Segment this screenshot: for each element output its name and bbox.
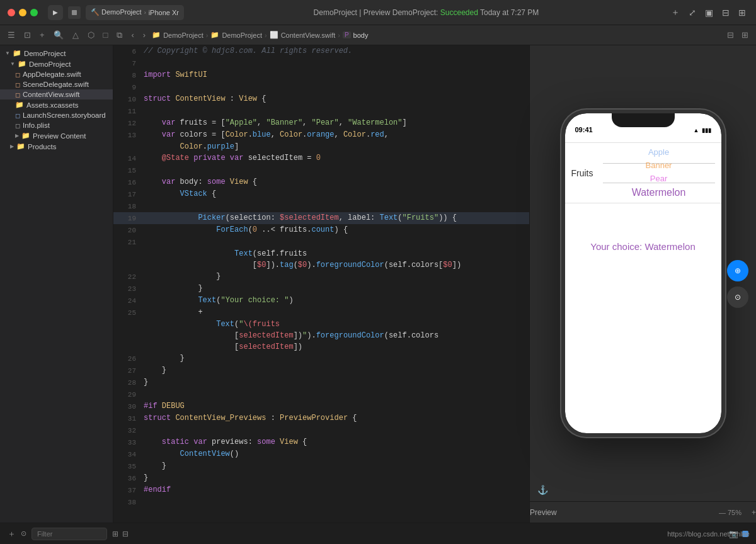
breadcrumb-label2[interactable]: DemoProject: [222, 31, 262, 39]
bottombar: ＋ ⊙ ⊞ ⊟ 📷: [0, 523, 756, 544]
filter-icon: ⊙: [21, 530, 26, 538]
memory-icon[interactable]: □: [101, 29, 111, 41]
maximize-button[interactable]: [30, 9, 38, 16]
iphone-content: Fruits Apple Banner Pear Watermelon Your…: [565, 136, 721, 433]
add-file-button[interactable]: ＋: [8, 528, 16, 540]
toolbar: ☰ ⊡ + 🔍 △ ⬡ □ ⧉ ‹ › 📁 DemoProject › 📁 De…: [0, 25, 756, 45]
battery-icon: ▮▮▮: [702, 127, 711, 133]
add-icon[interactable]: ＋: [668, 6, 682, 20]
back-icon[interactable]: ‹: [129, 29, 136, 41]
code-line-13b: Color.purple]: [113, 141, 529, 152]
expand-icon[interactable]: ⤢: [686, 6, 699, 19]
expand-all-icon[interactable]: ⊟: [122, 530, 129, 538]
code-line-25d: [selectedItem]): [113, 341, 529, 353]
inspector-icon[interactable]: ⊡: [21, 29, 33, 41]
code-line-12: 12 var fruits = ["Apple", "Banner", "Pea…: [113, 117, 529, 129]
sidebar-appdelegate-label: AppDelegate.swift: [23, 71, 81, 78]
minimap-icon[interactable]: ⊞: [739, 29, 751, 41]
code-line-38: 38: [113, 496, 529, 508]
code-line-27: 27 }: [113, 365, 529, 377]
layout1-icon[interactable]: ▣: [702, 6, 716, 19]
breadcrumb-folder1[interactable]: 📁: [152, 31, 161, 39]
breadcrumb-file[interactable]: ContentView.swift: [281, 31, 336, 39]
code-line-24: 24 Text("Your choice: "): [113, 295, 529, 307]
status-prefix: DemoProject | Preview DemoProject:: [314, 8, 438, 17]
editor-layout-icon[interactable]: ⊟: [724, 29, 736, 41]
code-line-29: 29: [113, 388, 529, 400]
chevron-down-icon: ▼: [5, 50, 10, 56]
swift-file-icon2: ◻: [15, 81, 20, 88]
close-button[interactable]: [8, 9, 15, 16]
picker-item-watermelon: Watermelon: [632, 185, 686, 200]
sidebar-item-previewcontent[interactable]: ▶ 📁 Preview Content: [0, 130, 113, 141]
sidebar-item-launchscreen[interactable]: ◻ LaunchScreen.storyboard: [0, 110, 113, 120]
sidebar-contentview-label: ContentView.swift: [23, 91, 80, 98]
swift-file-icon: ◻: [15, 71, 20, 78]
picker-area: Fruits Apple Banner Pear Watermelon: [565, 142, 721, 203]
status-time: 09:41: [575, 126, 593, 133]
breadcrumb-symbol-body[interactable]: body: [353, 31, 369, 39]
scheme-label: 🔨 DemoProject: [91, 8, 142, 16]
status-right: ▲ ▮▮▮: [694, 127, 711, 133]
layout2-icon[interactable]: ⊟: [719, 6, 732, 19]
sidebar-item-infoplist[interactable]: ◻ Info.plist: [0, 120, 113, 130]
code-line-13: 13 var colors = [Color.blue, Color.orang…: [113, 129, 529, 141]
sidebar-assets-label: Assets.xcassets: [26, 101, 78, 109]
code-line-7: 7: [113, 57, 529, 69]
zoom-add-button[interactable]: +: [752, 508, 756, 517]
main-layout: ▼ 📁 DemoProject ▼ 📁 DemoProject ◻ AppDel…: [0, 45, 756, 523]
plist-icon: ◻: [15, 122, 20, 129]
iphone-notch: [612, 113, 675, 127]
code-line-17: 17 VStack {: [113, 188, 529, 200]
sidebar-item-contentview[interactable]: ◻ ContentView.swift: [0, 89, 113, 99]
sort-icon[interactable]: ⊞: [112, 530, 118, 538]
picker-label: Fruits: [571, 168, 603, 178]
status-text: Succeeded: [440, 8, 478, 17]
products-folder-icon: 📁: [16, 142, 25, 150]
code-line-9: 9: [113, 81, 529, 93]
code-line-37: 37 #endif: [113, 484, 529, 496]
traffic-lights: [8, 9, 38, 16]
code-editor[interactable]: 6 // Copyright © hdjc8.com. All rights r…: [113, 45, 529, 523]
breakpoint-icon[interactable]: ⬡: [85, 29, 97, 41]
environment-icon[interactable]: ⧉: [114, 29, 125, 42]
code-line-25b: Text("\(fruits: [113, 319, 529, 330]
code-line-30: 30 #if DEBUG: [113, 400, 529, 412]
minimize-button[interactable]: [19, 9, 26, 16]
folder-blue-icon: 📁: [18, 60, 26, 68]
preview-footer-label: Preview: [530, 508, 557, 517]
stop-button[interactable]: [68, 6, 81, 19]
sidebar-demoproject-label: DemoProject: [29, 60, 71, 68]
anchor-icon[interactable]: ⚓: [537, 485, 548, 495]
sidebar-item-demoproject[interactable]: ▼ 📁 DemoProject: [0, 59, 113, 69]
breadcrumb: 📁 DemoProject › 📁 DemoProject › ⬜ Conten…: [152, 31, 721, 39]
breadcrumb-label1[interactable]: DemoProject: [163, 31, 203, 39]
library-icon[interactable]: +: [37, 29, 47, 41]
scheme-selector[interactable]: 🔨 DemoProject › iPhone Xr: [86, 5, 184, 20]
code-line-35: 35 }: [113, 460, 529, 472]
sidebar-item-products[interactable]: ▶ 📁 Products: [0, 141, 113, 152]
run-button[interactable]: ▶: [48, 5, 63, 20]
picker-item-pear: Pear: [650, 172, 667, 185]
breadcrumb-folder2[interactable]: 📁: [210, 31, 219, 39]
sidebar-item-appdelegate[interactable]: ◻ AppDelegate.swift: [0, 69, 113, 79]
choice-label: Your choice:: [590, 241, 644, 252]
breadcrumb-symbol-p: P: [343, 31, 351, 38]
picker-scroll[interactable]: Apple Banner Pear Watermelon: [603, 143, 715, 203]
navigator-icon[interactable]: ☰: [5, 29, 18, 41]
forward-icon[interactable]: ›: [140, 29, 148, 41]
sidebar-item-root[interactable]: ▼ 📁 DemoProject: [0, 48, 113, 59]
sidebar-item-assets[interactable]: 📁 Assets.xcassets: [0, 99, 113, 110]
warning-icon[interactable]: △: [70, 29, 81, 41]
code-line-21b: Text(self.fruits: [113, 248, 529, 259]
watermark: https://blog.csdn.net/fzhlee: [667, 530, 750, 538]
code-line-10: 10 struct ContentView : View {: [113, 93, 529, 105]
code-line-25: 25 +: [113, 307, 529, 319]
device-button[interactable]: ⊙: [727, 286, 748, 308]
inspect-button[interactable]: ⊕: [727, 260, 748, 281]
search-icon[interactable]: 🔍: [51, 29, 66, 41]
sidebar-item-scenedelegate[interactable]: ◻ SceneDelegate.swift: [0, 79, 113, 89]
layout3-icon[interactable]: ⊞: [736, 6, 748, 19]
filter-input[interactable]: [32, 528, 107, 540]
code-line-33: 33 static var previews: some View {: [113, 436, 529, 448]
